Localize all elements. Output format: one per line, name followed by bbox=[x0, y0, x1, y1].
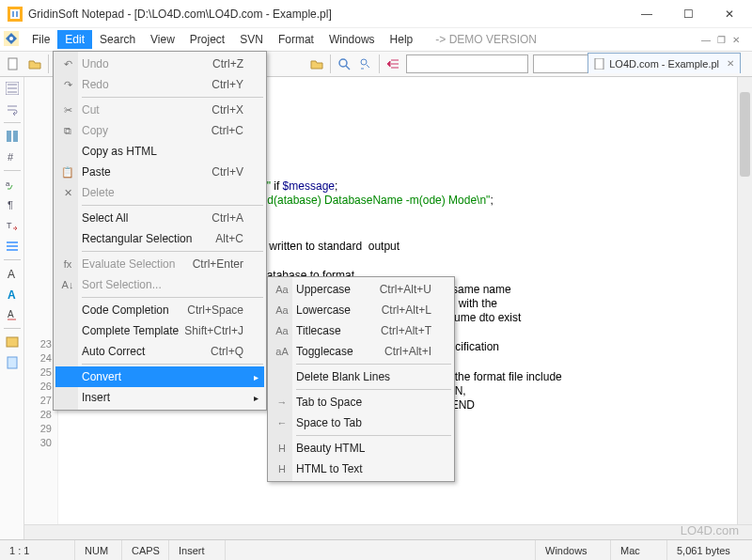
menu-search[interactable]: Search bbox=[92, 30, 143, 49]
tab-label: LO4D.com - Example.pl bbox=[609, 58, 719, 70]
menu-item-select-all[interactable]: Select AllCtrl+A bbox=[55, 208, 264, 228]
mdi-controls: — ❐ ✕ bbox=[699, 33, 743, 46]
menu-item-label: Paste bbox=[82, 165, 111, 179]
separator bbox=[4, 170, 21, 171]
horizontal-scrollbar[interactable] bbox=[24, 524, 752, 539]
maximize-button[interactable]: ☐ bbox=[667, 0, 709, 28]
menu-item-code-completion[interactable]: Code CompletionCtrl+Space bbox=[55, 300, 264, 320]
menu-help[interactable]: Help bbox=[383, 30, 421, 49]
menu-format[interactable]: Format bbox=[271, 30, 321, 49]
search-button[interactable] bbox=[334, 54, 354, 74]
menu-item-copy-as-html[interactable]: Copy as HTML bbox=[55, 141, 264, 162]
underline-icon[interactable]: A bbox=[3, 305, 22, 324]
menu-item-icon: A↓ bbox=[59, 279, 76, 290]
paragraph-icon[interactable]: ¶ bbox=[3, 195, 22, 214]
menu-item-copy: ⧉CopyCtrl+C bbox=[55, 120, 264, 141]
menu-item-titlecase[interactable]: AaTitlecaseCtrl+Alt+T bbox=[270, 320, 452, 341]
menu-windows[interactable]: Windows bbox=[321, 30, 383, 49]
mdi-minimize-icon[interactable]: — bbox=[699, 33, 713, 46]
status-insert: Insert bbox=[169, 540, 226, 560]
status-bar: 1 : 1 NUM CAPS Insert Windows Mac 5,061 … bbox=[0, 539, 752, 560]
svg-rect-28 bbox=[7, 337, 18, 347]
separator bbox=[379, 54, 380, 73]
document-tab[interactable]: LO4D.com - Example.pl ✕ bbox=[588, 53, 741, 73]
folder-button[interactable] bbox=[306, 54, 327, 74]
menu-item-delete-blank-lines[interactable]: Delete Blank Lines bbox=[270, 366, 452, 387]
menubar: File Edit Search View Project SVN Format… bbox=[0, 28, 752, 51]
spellcheck-icon[interactable]: a bbox=[3, 175, 22, 194]
menu-item-shortcut: Ctrl+V bbox=[212, 165, 243, 179]
menu-project[interactable]: Project bbox=[182, 30, 232, 49]
menu-item-complete-template[interactable]: Complete TemplateShift+Ctrl+J bbox=[55, 320, 264, 341]
menu-item-label: Copy bbox=[82, 124, 108, 137]
menu-item-shortcut: Ctrl+Q bbox=[211, 345, 243, 358]
svg-rect-23 bbox=[7, 249, 18, 251]
close-button[interactable]: ✕ bbox=[709, 0, 750, 28]
menu-item-label: Evaluate Selection bbox=[82, 257, 175, 271]
open-file-button[interactable] bbox=[24, 54, 45, 74]
menu-item-label: Select All bbox=[82, 211, 128, 225]
bold-a-icon[interactable]: A bbox=[3, 285, 22, 303]
menu-item-shortcut: Ctrl+A bbox=[212, 211, 243, 225]
wrap-icon[interactable] bbox=[3, 100, 22, 118]
menu-item-shortcut: Ctrl+Alt+I bbox=[384, 345, 431, 358]
demo-label: -> DEMO VERSION bbox=[435, 33, 537, 46]
menu-item-tab-to-space[interactable]: →Tab to Space bbox=[270, 392, 452, 412]
menu-item-redo: ↷RedoCtrl+Y bbox=[55, 74, 264, 95]
svg-text:#: # bbox=[8, 151, 14, 163]
svg-rect-16 bbox=[13, 131, 18, 142]
menu-view[interactable]: View bbox=[143, 30, 182, 49]
menu-item-label: Code Completion bbox=[82, 303, 169, 317]
scrollbar-thumb[interactable] bbox=[740, 92, 750, 177]
menu-edit[interactable]: Edit bbox=[57, 30, 92, 49]
minimize-button[interactable]: — bbox=[626, 0, 667, 28]
tab-close-icon[interactable]: ✕ bbox=[725, 58, 736, 70]
separator bbox=[4, 122, 21, 123]
submenu-arrow-icon: ▸ bbox=[254, 372, 258, 382]
menu-item-insert[interactable]: Insert▸ bbox=[55, 387, 264, 408]
left-toolbar: # a ¶ T A A A bbox=[0, 77, 24, 539]
outdent-button[interactable] bbox=[383, 54, 403, 74]
menu-item-icon: fx bbox=[59, 258, 76, 270]
menu-item-label: Insert bbox=[82, 391, 110, 404]
menu-file[interactable]: File bbox=[24, 30, 57, 49]
new-file-button[interactable] bbox=[3, 54, 24, 74]
hash-icon[interactable]: # bbox=[3, 148, 22, 166]
menu-item-rectangular-selection[interactable]: Rectangular SelectionAlt+C bbox=[55, 228, 264, 249]
template-icon[interactable] bbox=[3, 353, 22, 372]
svg-point-9 bbox=[361, 59, 367, 65]
mdi-restore-icon[interactable]: ❐ bbox=[714, 33, 728, 46]
menu-item-beauty-html[interactable]: HBeauty HTML bbox=[270, 438, 452, 459]
svg-rect-29 bbox=[8, 357, 17, 368]
vertical-scrollbar[interactable] bbox=[737, 77, 752, 524]
window-title: GridinSoft Notepad - [D:\LO4D.com\LO4D.c… bbox=[28, 8, 626, 21]
menu-item-uppercase[interactable]: AaUppercaseCtrl+Alt+U bbox=[270, 279, 452, 300]
search-field[interactable] bbox=[406, 54, 528, 73]
menu-item-space-to-tab[interactable]: ←Space to Tab bbox=[270, 412, 452, 433]
menu-item-convert[interactable]: Convert▸ bbox=[55, 366, 264, 387]
whitespace-icon[interactable] bbox=[3, 127, 22, 146]
menu-item-shortcut: Ctrl+X bbox=[212, 103, 243, 117]
book-icon[interactable] bbox=[3, 333, 22, 351]
find-next-button[interactable] bbox=[355, 54, 376, 74]
svg-point-7 bbox=[339, 59, 347, 67]
linenumbers-icon[interactable] bbox=[3, 79, 22, 98]
menu-svn[interactable]: SVN bbox=[232, 30, 271, 49]
menu-item-paste[interactable]: 📋PasteCtrl+V bbox=[55, 162, 264, 182]
ltr-icon[interactable]: T bbox=[3, 216, 22, 235]
menu-item-shortcut: Ctrl+Alt+T bbox=[381, 324, 431, 337]
svg-text:A: A bbox=[8, 309, 14, 319]
menu-item-delete: ✕Delete bbox=[55, 182, 264, 203]
menu-item-togglecase[interactable]: aATogglecaseCtrl+Alt+I bbox=[270, 341, 452, 362]
font-a-icon[interactable]: A bbox=[3, 264, 22, 283]
menu-item-auto-correct[interactable]: Auto CorrectCtrl+Q bbox=[55, 341, 264, 362]
menu-item-shortcut: Ctrl+Enter bbox=[193, 257, 243, 271]
list-icon[interactable] bbox=[3, 237, 22, 256]
menu-item-lowercase[interactable]: AaLowercaseCtrl+Alt+L bbox=[270, 300, 452, 320]
menu-item-html-to-text[interactable]: HHTML to Text bbox=[270, 459, 452, 479]
tabbar: LO4D.com - Example.pl ✕ bbox=[588, 51, 741, 73]
menu-item-icon: ↷ bbox=[59, 79, 76, 91]
menu-item-label: Rectangular Selection bbox=[82, 232, 192, 245]
menu-item-label: Complete Template bbox=[82, 324, 179, 337]
mdi-close-icon[interactable]: ✕ bbox=[729, 33, 743, 46]
